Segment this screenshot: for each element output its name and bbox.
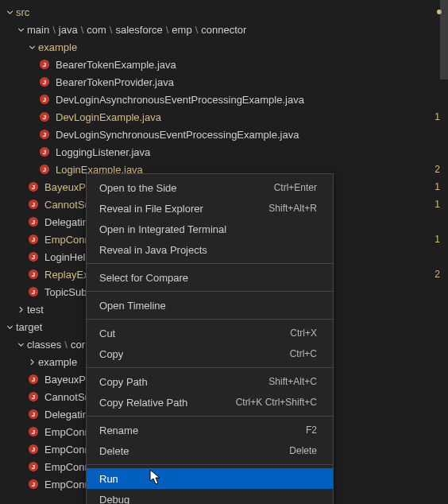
menu-item[interactable]: Open to the SideCtrl+Enter bbox=[87, 177, 333, 198]
menu-item-shortcut: Shift+Alt+R bbox=[268, 203, 317, 214]
file-item[interactable]: JBearerTokenExample.java bbox=[0, 56, 448, 73]
svg-text:J: J bbox=[32, 201, 35, 208]
chevron-down-icon bbox=[25, 41, 38, 53]
menu-item[interactable]: Reveal in File ExplorerShift+Alt+R bbox=[87, 198, 333, 219]
menu-item[interactable]: Copy PathShift+Alt+C bbox=[87, 371, 333, 392]
svg-text:J: J bbox=[43, 79, 46, 86]
java-file-icon: J bbox=[27, 198, 40, 211]
java-file-icon: J bbox=[27, 268, 40, 281]
file-label: BearerTokenExample.java bbox=[56, 59, 442, 71]
menu-item-shortcut: Ctrl+Enter bbox=[274, 182, 317, 193]
menu-item[interactable]: Copy Relative PathCtrl+K Ctrl+Shift+C bbox=[87, 392, 333, 413]
folder-path-label: main\java\com\salesforce\emp\connector bbox=[27, 24, 442, 36]
menu-separator bbox=[87, 464, 333, 465]
java-file-icon: J bbox=[38, 128, 51, 141]
java-file-icon: J bbox=[27, 425, 40, 438]
svg-text:J: J bbox=[32, 411, 35, 418]
menu-item-shortcut: Shift+Alt+C bbox=[268, 376, 317, 387]
svg-text:J: J bbox=[43, 114, 46, 121]
java-file-icon: J bbox=[38, 163, 51, 176]
chevron-down-icon bbox=[14, 338, 27, 351]
menu-item[interactable]: CopyCtrl+C bbox=[87, 343, 333, 364]
svg-text:J: J bbox=[32, 254, 35, 261]
file-label: BearerTokenProvider.java bbox=[56, 76, 442, 88]
menu-item-label: Delete bbox=[99, 445, 289, 457]
menu-item-label: Reveal in Java Projects bbox=[99, 244, 317, 256]
java-file-icon: J bbox=[27, 443, 40, 456]
menu-item-label: Reveal in File Explorer bbox=[99, 203, 268, 215]
menu-separator bbox=[87, 319, 333, 320]
menu-item-label: Open to the Side bbox=[99, 182, 274, 194]
file-item[interactable]: JLoggingListener.java bbox=[0, 143, 448, 161]
menu-separator bbox=[87, 263, 333, 264]
menu-item[interactable]: DeleteDelete bbox=[87, 440, 333, 461]
java-file-icon: J bbox=[27, 460, 40, 473]
folder-example[interactable]: example bbox=[0, 38, 448, 56]
svg-text:J: J bbox=[32, 236, 35, 243]
chevron-down-icon bbox=[3, 320, 16, 333]
java-file-icon: J bbox=[38, 58, 51, 71]
menu-item-shortcut: F2 bbox=[306, 425, 317, 436]
svg-text:J: J bbox=[32, 219, 35, 226]
svg-text:J: J bbox=[43, 61, 46, 68]
java-file-icon: J bbox=[27, 408, 40, 421]
svg-text:J: J bbox=[43, 166, 46, 173]
menu-item[interactable]: Debug bbox=[87, 489, 333, 504]
menu-item-label: Open Timeline bbox=[99, 300, 317, 312]
file-item[interactable]: JDevLoginExample.java1 bbox=[0, 108, 448, 126]
menu-item[interactable]: Open in Integrated Terminal bbox=[87, 219, 333, 239]
svg-text:J: J bbox=[32, 394, 35, 401]
svg-text:J: J bbox=[43, 131, 46, 138]
java-file-icon: J bbox=[27, 373, 40, 386]
java-file-icon: J bbox=[38, 145, 51, 158]
java-file-icon: J bbox=[27, 390, 40, 403]
context-menu: Open to the SideCtrl+EnterReveal in File… bbox=[86, 173, 334, 504]
svg-text:J: J bbox=[32, 481, 35, 488]
java-file-icon: J bbox=[27, 233, 40, 246]
menu-item[interactable]: Run bbox=[87, 468, 333, 489]
chevron-right-icon bbox=[25, 355, 38, 368]
menu-item-label: Copy bbox=[99, 348, 290, 360]
java-file-icon: J bbox=[27, 250, 40, 263]
file-label: DevLoginSynchronousEventProcessingExampl… bbox=[56, 129, 442, 141]
scrollbar-thumb[interactable] bbox=[440, 0, 448, 79]
menu-item[interactable]: Reveal in Java Projects bbox=[87, 239, 333, 260]
java-file-icon: J bbox=[38, 110, 51, 123]
file-label: DevLoginExample.java bbox=[56, 111, 434, 123]
file-label: LoggingListener.java bbox=[56, 146, 442, 158]
folder-src[interactable]: src bbox=[0, 3, 448, 21]
menu-item-label: Cut bbox=[99, 328, 290, 339]
svg-text:J: J bbox=[32, 376, 35, 383]
svg-text:J: J bbox=[32, 463, 35, 471]
java-file-icon: J bbox=[27, 215, 40, 228]
menu-item-label: Select for Compare bbox=[99, 272, 317, 284]
svg-text:J: J bbox=[32, 184, 35, 191]
menu-item-label: Debug bbox=[99, 494, 317, 505]
folder-path[interactable]: main\java\com\salesforce\emp\connector bbox=[0, 21, 448, 38]
menu-item-shortcut: Delete bbox=[289, 445, 317, 456]
menu-item-label: Open in Integrated Terminal bbox=[99, 223, 317, 235]
menu-item[interactable]: Select for Compare bbox=[87, 267, 333, 288]
menu-item-label: Copy Relative Path bbox=[99, 397, 236, 409]
chevron-right-icon bbox=[14, 303, 27, 316]
menu-separator bbox=[87, 291, 333, 292]
chevron-down-icon bbox=[3, 6, 16, 18]
menu-item[interactable]: Open Timeline bbox=[87, 295, 333, 316]
menu-item[interactable]: RenameF2 bbox=[87, 420, 333, 440]
svg-text:J: J bbox=[32, 428, 35, 436]
file-item[interactable]: JDevLoginAsynchronousEventProcessingExam… bbox=[0, 91, 448, 108]
menu-separator bbox=[87, 416, 333, 417]
file-label: DevLoginAsynchronousEventProcessingExamp… bbox=[56, 94, 442, 106]
file-item[interactable]: JBearerTokenProvider.java bbox=[0, 73, 448, 91]
menu-item-shortcut: Ctrl+X bbox=[290, 328, 317, 339]
menu-separator bbox=[87, 367, 333, 368]
svg-text:J: J bbox=[43, 96, 46, 103]
menu-item[interactable]: CutCtrl+X bbox=[87, 323, 333, 343]
file-item[interactable]: JDevLoginSynchronousEventProcessingExamp… bbox=[0, 126, 448, 143]
java-file-icon: J bbox=[38, 76, 51, 88]
java-file-icon: J bbox=[38, 93, 51, 106]
scrollbar[interactable] bbox=[440, 0, 448, 504]
folder-label: example bbox=[38, 41, 442, 53]
svg-text:J: J bbox=[32, 289, 35, 296]
chevron-down-icon bbox=[14, 23, 27, 36]
